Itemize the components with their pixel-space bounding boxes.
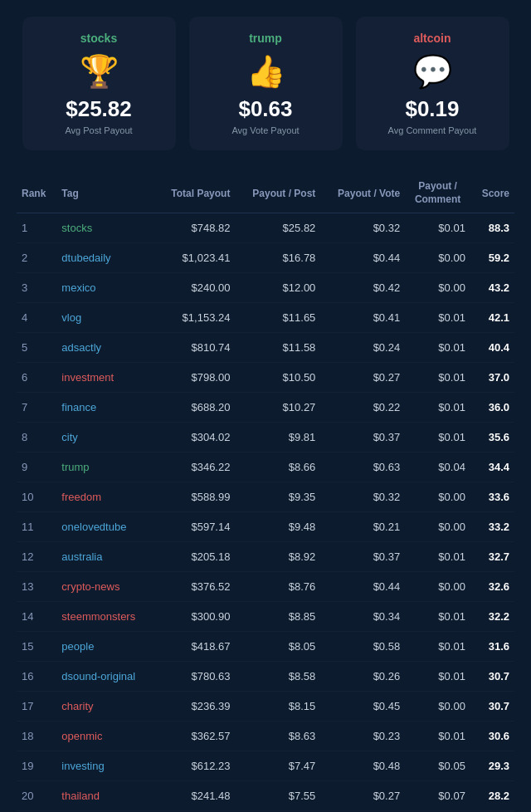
top-cards-section: stocks 🏆 $25.82 Avg Post Payout trump 👍 … [17, 17, 514, 150]
payout-comment-cell: $0.01 [405, 662, 470, 692]
rank-cell: 4 [17, 303, 56, 333]
tag-cell[interactable]: mexico [56, 273, 154, 303]
trophy-icon-trump: 👍 [209, 53, 323, 90]
tag-link[interactable]: dtubedaily [61, 252, 110, 264]
tag-cell[interactable]: trump [56, 452, 154, 482]
payout-comment-cell: $0.00 [405, 482, 470, 512]
payout-vote-cell: $0.32 [320, 213, 405, 243]
payout-post-cell: $16.78 [235, 243, 320, 273]
tag-cell[interactable]: australia [56, 542, 154, 572]
payout-post-cell: $8.85 [235, 602, 320, 632]
score-cell: 40.4 [470, 333, 514, 363]
total-payout-cell: $1,153.24 [154, 303, 235, 333]
payout-vote-cell: $0.22 [320, 393, 405, 423]
card-title-altcoin: altcoin [376, 32, 490, 45]
score-cell: 88.3 [470, 213, 514, 243]
total-payout-cell: $688.20 [154, 393, 235, 423]
tag-link[interactable]: thailand [61, 790, 100, 802]
tag-link[interactable]: city [61, 431, 78, 443]
trophy-icon-altcoin: 💬 [376, 53, 490, 90]
tag-cell[interactable]: stocks [56, 213, 154, 243]
tag-cell[interactable]: onelovedtube [56, 512, 154, 542]
tag-cell[interactable]: crypto-news [56, 572, 154, 602]
table-header-row: Rank Tag Total Payout Payout / Post Payo… [17, 174, 514, 213]
tag-cell[interactable]: charity [56, 692, 154, 722]
table-row: 20 thailand $241.48 $7.55 $0.27 $0.07 28… [17, 781, 514, 811]
tag-link[interactable]: freedom [61, 491, 101, 503]
payout-comment-header: Payout /Comment [405, 174, 470, 213]
total-payout-header: Total Payout [154, 174, 235, 213]
tag-cell[interactable]: dsound-original [56, 662, 154, 692]
payout-comment-cell: $0.01 [405, 722, 470, 751]
table-row: 3 mexico $240.00 $12.00 $0.42 $0.00 43.2 [17, 273, 514, 303]
payout-comment-cell: $0.00 [405, 512, 470, 542]
payout-vote-cell: $0.45 [320, 692, 405, 722]
rank-cell: 9 [17, 452, 56, 482]
payout-post-cell: $8.15 [235, 692, 320, 722]
tag-link[interactable]: investing [61, 760, 104, 772]
payout-post-cell: $25.82 [235, 213, 320, 243]
total-payout-cell: $376.52 [154, 572, 235, 602]
total-payout-cell: $1,023.41 [154, 243, 235, 273]
payout-vote-cell: $0.34 [320, 602, 405, 632]
payout-comment-cell: $0.07 [405, 781, 470, 811]
payout-post-cell: $8.58 [235, 662, 320, 692]
tag-link[interactable]: australia [61, 550, 102, 563]
payout-vote-cell: $0.27 [320, 781, 405, 811]
tag-link[interactable]: mexico [61, 281, 95, 294]
score-cell: 32.2 [470, 602, 514, 632]
tag-link[interactable]: steemmonsters [61, 610, 135, 623]
tag-link[interactable]: stocks [61, 222, 92, 234]
table-row: 4 vlog $1,153.24 $11.65 $0.41 $0.01 42.1 [17, 303, 514, 333]
score-cell: 32.6 [470, 572, 514, 602]
rank-cell: 19 [17, 751, 56, 781]
card-value-altcoin: $0.19 [376, 96, 490, 122]
tag-cell[interactable]: investment [56, 363, 154, 393]
total-payout-cell: $362.57 [154, 722, 235, 751]
tag-link[interactable]: crypto-news [61, 580, 119, 593]
rank-cell: 17 [17, 692, 56, 722]
tag-cell[interactable]: finance [56, 393, 154, 423]
tag-link[interactable]: onelovedtube [61, 521, 126, 533]
payout-comment-cell: $0.01 [405, 363, 470, 393]
tag-cell[interactable]: investing [56, 751, 154, 781]
payout-vote-header: Payout / Vote [320, 174, 405, 213]
rank-cell: 8 [17, 423, 56, 452]
payout-vote-cell: $0.26 [320, 662, 405, 692]
tag-cell[interactable]: thailand [56, 781, 154, 811]
tag-cell[interactable]: freedom [56, 482, 154, 512]
tag-cell[interactable]: vlog [56, 303, 154, 333]
card-stocks: stocks 🏆 $25.82 Avg Post Payout [22, 17, 176, 150]
tag-link[interactable]: openmic [61, 730, 102, 742]
rank-cell: 2 [17, 243, 56, 273]
table-row: 13 crypto-news $376.52 $8.76 $0.44 $0.00… [17, 572, 514, 602]
tag-link[interactable]: adsactly [61, 341, 101, 354]
total-payout-cell: $418.67 [154, 632, 235, 662]
table-row: 5 adsactly $810.74 $11.58 $0.24 $0.01 40… [17, 333, 514, 363]
table-row: 14 steemmonsters $300.90 $8.85 $0.34 $0.… [17, 602, 514, 632]
score-cell: 33.2 [470, 512, 514, 542]
total-payout-cell: $588.99 [154, 482, 235, 512]
score-cell: 30.7 [470, 662, 514, 692]
total-payout-cell: $346.22 [154, 452, 235, 482]
tag-link[interactable]: vlog [61, 311, 81, 324]
payout-comment-cell: $0.00 [405, 243, 470, 273]
tag-link[interactable]: finance [61, 401, 96, 413]
tag-cell[interactable]: dtubedaily [56, 243, 154, 273]
tag-cell[interactable]: adsactly [56, 333, 154, 363]
tag-link[interactable]: charity [61, 700, 93, 712]
payout-vote-cell: $0.58 [320, 632, 405, 662]
tag-cell[interactable]: city [56, 423, 154, 452]
tag-cell[interactable]: people [56, 632, 154, 662]
total-payout-cell: $780.63 [154, 662, 235, 692]
tag-link[interactable]: investment [61, 371, 114, 384]
score-cell: 32.7 [470, 542, 514, 572]
table-row: 6 investment $798.00 $10.50 $0.27 $0.01 … [17, 363, 514, 393]
payout-comment-cell: $0.01 [405, 542, 470, 572]
tag-link[interactable]: dsound-original [61, 670, 135, 682]
tag-link[interactable]: trump [61, 461, 89, 473]
tag-link[interactable]: people [61, 640, 94, 653]
tag-cell[interactable]: openmic [56, 722, 154, 751]
tag-cell[interactable]: steemmonsters [56, 602, 154, 632]
table-row: 2 dtubedaily $1,023.41 $16.78 $0.44 $0.0… [17, 243, 514, 273]
